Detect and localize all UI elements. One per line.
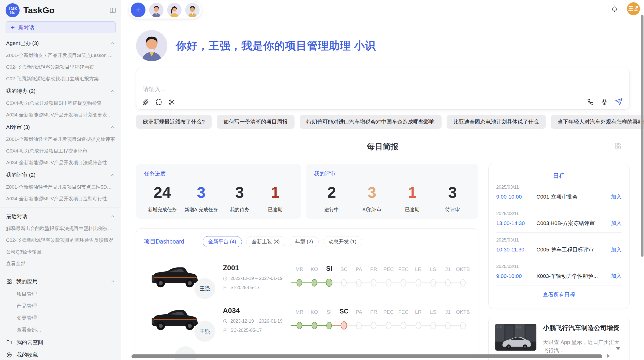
app-item-product-mgmt[interactable]: 产品管理 bbox=[0, 300, 121, 312]
sidebar-task-item[interactable]: C02-飞腾新能源轻客改款项目里程碑画布 bbox=[0, 61, 121, 73]
milestone-label: PR bbox=[370, 266, 377, 272]
milestone-label: LS bbox=[430, 266, 436, 272]
microphone-icon[interactable] bbox=[601, 98, 608, 105]
milestone-dot bbox=[445, 322, 451, 329]
suggestion-chip[interactable]: 当下年轻人对汽车外观有怎样的喜好趋势 bbox=[551, 115, 644, 129]
milestone-timeline: MR KO SI SC PA PR PEC FEC LR LS bbox=[292, 262, 470, 292]
scissors-icon[interactable] bbox=[168, 99, 175, 106]
phone-icon[interactable] bbox=[587, 98, 594, 105]
chevron-up-icon bbox=[110, 125, 115, 130]
app-item-view-all[interactable]: 查看全部... bbox=[0, 324, 121, 336]
chevron-up-icon bbox=[110, 214, 115, 219]
sidebar-task-item[interactable]: C0X4-动力总成开发项目工程变更评审 bbox=[0, 145, 121, 157]
milestone-node: PEC bbox=[381, 262, 396, 292]
suggestion-chip[interactable]: 比亚迪全固态电池计划具体说了什么 bbox=[447, 115, 546, 129]
sidebar-section-header[interactable]: Agent已办 (3) bbox=[0, 37, 121, 50]
sidebar-item-cloud-space[interactable]: 我的云空间 bbox=[0, 336, 121, 349]
milestone-node: KO bbox=[307, 262, 321, 292]
sidebar-task-item[interactable]: Z001-全新燃油轻卡产品开发项目SI节点属性5D文件评审 bbox=[0, 181, 121, 193]
sidebar-task-item[interactable]: C0X4-动力总成开发项目SI里程碑提交物检查 bbox=[0, 97, 121, 109]
notification-bell-icon[interactable] bbox=[611, 6, 618, 13]
schedule-list: 2025/03/11 9:00-10:00 C001-立项审批会 加入 2025… bbox=[496, 180, 622, 286]
project-list: 王强 Z001 2023-12-19 ~ 2027-01-19 SI-2025-… bbox=[144, 261, 470, 336]
tab-new-body[interactable]: 全新上装 (3) bbox=[246, 236, 285, 247]
project-info: A034 2023-12-19 ~ 2026-01-19 SC-2025-05-… bbox=[223, 307, 287, 333]
sidebar-section-header[interactable]: 我的待办 (2) bbox=[0, 85, 121, 97]
milestone-label: SI bbox=[327, 309, 332, 315]
folder-icon bbox=[6, 339, 12, 345]
milestone-label: OKTB bbox=[456, 309, 470, 315]
sidebar-task-item[interactable]: C02-飞腾新能源轻客改款项目的闭环通告反馈情况 bbox=[0, 234, 121, 246]
sidebar-section: 我的待办 (2) C0X4-动力总成开发项目SI里程碑提交物检查A034-全新新… bbox=[0, 85, 121, 121]
milestone-dot bbox=[430, 322, 436, 329]
layout-grid-icon[interactable] bbox=[614, 142, 622, 149]
milestone-dot bbox=[312, 279, 317, 287]
my-apps-header[interactable]: 我的应用 bbox=[0, 275, 121, 288]
news-card[interactable]: 小鹏飞行汽车制造公司增资 天眼查 App 显示，近日广州汇天飞行汽... bbox=[488, 317, 630, 360]
sidebar-section-header[interactable]: AI评审 (3) bbox=[0, 121, 121, 133]
sidebar-task-item[interactable]: Z001-全新燃油皮卡产品开发项目SI节点Lesson Learn报告 bbox=[0, 50, 121, 61]
suggestion-chip[interactable]: 欧洲新规最近颁布了什么? bbox=[136, 115, 212, 129]
collapse-sidebar-icon[interactable] bbox=[109, 7, 116, 14]
insert-image-icon[interactable] bbox=[155, 99, 162, 106]
project-row[interactable]: 王强 A034 2023-12-19 ~ 2026-01-19 SC-2025-… bbox=[144, 304, 470, 336]
tab-powertrain[interactable]: 动总开发 (1) bbox=[323, 236, 362, 247]
schedule-item: 2025/03/11 9:00-10:00 C001-立项审批会 加入 bbox=[496, 180, 622, 206]
chat-input[interactable]: 请输入... bbox=[143, 85, 165, 93]
milestone-node: PR bbox=[366, 262, 381, 292]
app-item-change-mgmt[interactable]: 变更管理 bbox=[0, 312, 121, 324]
join-meeting-link[interactable]: 加入 bbox=[611, 193, 622, 200]
paperclip-icon[interactable] bbox=[142, 99, 149, 106]
vertical-scrollbar[interactable] bbox=[641, 15, 643, 257]
milestone-node: J1 bbox=[441, 262, 455, 292]
project-owner-badge: 王强 bbox=[194, 321, 215, 342]
horizontal-scrollbar[interactable] bbox=[131, 354, 602, 358]
send-icon[interactable] bbox=[615, 98, 623, 106]
app-item-project-mgmt[interactable]: 项目管理 bbox=[0, 288, 121, 300]
milestone-dot bbox=[430, 279, 436, 287]
agent-avatar-2[interactable] bbox=[167, 3, 182, 17]
join-meeting-link[interactable]: 加入 bbox=[611, 246, 622, 253]
recent-chats-header[interactable]: 最近对话 bbox=[0, 210, 121, 223]
divider bbox=[0, 207, 121, 207]
milestone-label: MR bbox=[296, 309, 303, 315]
agent-avatar-1[interactable] bbox=[149, 3, 164, 17]
app-logo-text-bottom: Go bbox=[10, 10, 15, 15]
join-meeting-link[interactable]: 加入 bbox=[611, 273, 622, 280]
tab-model-year[interactable]: 年型 (2) bbox=[290, 236, 319, 247]
view-all-schedule-link[interactable]: 查看所有日程 bbox=[496, 291, 622, 298]
join-meeting-link[interactable]: 加入 bbox=[611, 220, 622, 227]
suggestion-chip[interactable]: 如何写一份清晰的项目周报 bbox=[217, 115, 295, 129]
sidebar-task-item[interactable]: 解释最新出台的欧盟报废车法规再生塑料比例被调至15%... bbox=[0, 223, 121, 234]
schedule-date: 2025/03/11 bbox=[496, 264, 622, 269]
sidebar-task-item[interactable]: 公司Q3轻卡销量 bbox=[0, 246, 121, 258]
sidebar-section-label: 我的待办 (2) bbox=[6, 87, 110, 95]
suggestion-chip[interactable]: 特朗普可能对进口汽车增税会对中国车企造成哪些影响 bbox=[300, 115, 442, 129]
milestone-dot bbox=[297, 279, 302, 287]
schedule-card: 日程 2025/03/11 9:00-10:00 C001-立项审批会 加入 2… bbox=[488, 164, 630, 308]
sidebar-task-item[interactable]: A034-全新新能源MUV产品开发项目计划变更表编写 bbox=[0, 109, 121, 121]
sidebar-task-item[interactable]: A034-全新新能源MUV产品开发项目造型可行性评审 bbox=[0, 193, 121, 205]
sidebar-task-item[interactable]: Z001-全新燃油轻卡产品开发项目SI造型提交物评审 bbox=[0, 133, 121, 145]
agent-avatar-3[interactable] bbox=[185, 3, 200, 17]
scroll-right-arrow-icon[interactable] bbox=[607, 354, 610, 358]
milestone-node: FEC bbox=[396, 305, 411, 335]
milestone-label: MR bbox=[296, 266, 303, 272]
new-chat-button[interactable]: 新对话 bbox=[6, 21, 116, 33]
sidebar-task-item[interactable]: C02-飞腾新能源轻客改款项目立项汇报方案 bbox=[0, 73, 121, 85]
milestone-dot bbox=[356, 279, 362, 287]
add-agent-button[interactable] bbox=[131, 3, 145, 17]
sidebar-item-favorites[interactable]: 我的收藏 bbox=[0, 349, 121, 360]
tab-new-platform[interactable]: 全新平台 (4) bbox=[203, 236, 242, 247]
sidebar-header: Task Go TaskGo bbox=[0, 0, 121, 19]
milestone-label: FEC bbox=[398, 266, 408, 272]
recent-view-all[interactable]: 查看全部... bbox=[0, 258, 121, 269]
right-column: 日程 2025/03/11 9:00-10:00 C001-立项审批会 加入 2… bbox=[488, 164, 630, 360]
project-row[interactable]: 王强 Z001 2023-12-19 ~ 2027-01-19 SI-2025-… bbox=[144, 261, 470, 293]
left-column: 任务进度 24 新增完成任务 3 新增AI完成任务 3 我的待办 bbox=[136, 164, 478, 360]
milestone-label: PEC bbox=[383, 266, 394, 272]
sidebar-task-item[interactable]: A034-全新新能源MUV产品开发项目法规符合性评审 bbox=[0, 157, 121, 169]
scroll-down-arrow-icon[interactable] bbox=[616, 347, 620, 350]
sidebar-section-header[interactable]: 我的评审 (2) bbox=[0, 169, 121, 181]
user-avatar[interactable]: 王强 bbox=[627, 2, 640, 15]
